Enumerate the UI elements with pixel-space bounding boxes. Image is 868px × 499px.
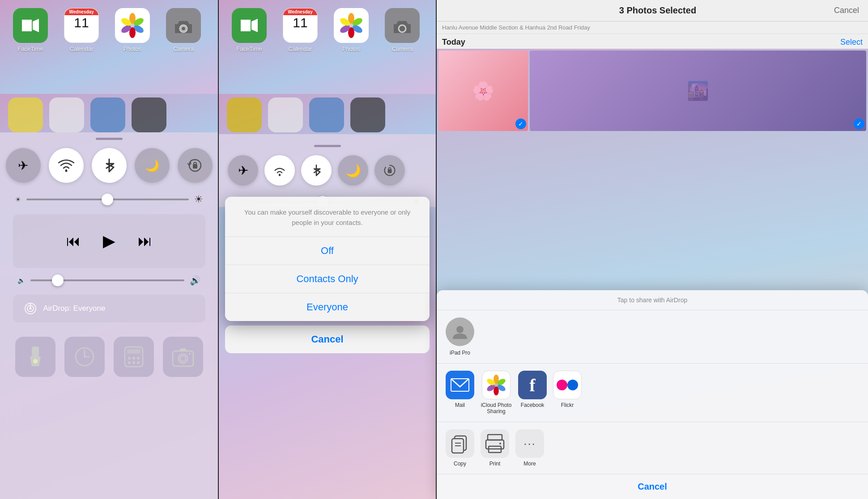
p3-location-hint: Hanlu Avenue Middle Section & Hanhua 2nd… <box>437 21 868 34</box>
p2-app-calendar: Wednesday 11 Calendar <box>278 8 323 52</box>
calendar-icon: Wednesday 11 <box>64 8 99 43</box>
airdrop-option-contacts[interactable]: Contacts Only <box>225 265 430 293</box>
icon-row2-3 <box>90 97 125 132</box>
p3-section-header: Today Select <box>437 34 868 49</box>
share-action-copy[interactable]: Copy <box>446 429 474 467</box>
photo-thumb-1[interactable]: 🌸 ✓ <box>438 51 528 131</box>
bluetooth-icon <box>104 157 115 173</box>
svg-rect-54 <box>388 168 391 170</box>
brightness-max-icon: ☀ <box>194 194 203 205</box>
p2-wifi-toggle[interactable] <box>264 155 295 186</box>
p2-cc-top: ✈ 🌙 <box>219 134 436 207</box>
svg-point-13 <box>65 170 67 172</box>
share-action-print[interactable]: Print <box>481 429 509 467</box>
p3-select-button[interactable]: Select <box>835 34 868 49</box>
flickr-dots-icon <box>556 379 579 391</box>
rotation-lock-icon <box>187 158 203 173</box>
homescreen-row2 <box>0 94 218 134</box>
icloud-photo-icon <box>482 371 511 399</box>
p2-app-photos: Photos <box>329 8 374 52</box>
svg-point-34 <box>132 361 135 364</box>
camera-shortcut-button[interactable] <box>163 337 203 377</box>
calculator-icon <box>123 346 144 368</box>
p2-airplane-icon: ✈ <box>238 163 248 178</box>
fastforward-button[interactable]: ⏭ <box>138 233 152 249</box>
volume-max-icon: 🔊 <box>190 275 201 286</box>
share-airdrop-banner: Tap to share with AirDrop <box>437 290 868 310</box>
person-silhouette-icon <box>452 324 468 340</box>
p2-app-camera: Camera <box>380 8 425 52</box>
p2-facetime-label: FaceTime <box>236 46 262 52</box>
airdrop-icon <box>24 302 37 315</box>
airdrop-row[interactable]: AirDrop: Everyone <box>13 295 205 322</box>
p2-airplane-toggle[interactable]: ✈ <box>228 155 258 186</box>
p2-donotdisturb-toggle[interactable]: 🌙 <box>338 155 368 186</box>
photos-label: Photos <box>123 46 141 52</box>
share-app-facebook[interactable]: f Facebook <box>518 371 547 414</box>
app-facetime[interactable]: FaceTime <box>8 8 53 52</box>
svg-rect-21 <box>32 347 39 356</box>
icloud-photo-label: iCloud Photo Sharing <box>481 402 512 414</box>
share-apps-row: Mail iCloud Photo Sharing <box>437 364 868 422</box>
airplane-icon: ✈ <box>18 158 28 173</box>
airdrop-option-off[interactable]: Off <box>225 237 430 265</box>
brightness-thumb[interactable] <box>102 194 113 205</box>
p2-rotation-toggle[interactable] <box>374 155 405 186</box>
p2-bluetooth-icon <box>312 163 321 178</box>
more-label: More <box>523 461 536 467</box>
p2-icon-row2-1 <box>227 97 262 132</box>
cc-bluetooth-toggle[interactable] <box>92 148 127 183</box>
photo-thumb-2[interactable]: 🌆 ✓ <box>530 51 866 131</box>
cc-airplane-toggle[interactable]: ✈ <box>6 148 41 183</box>
share-app-mail[interactable]: Mail <box>446 371 474 414</box>
play-button[interactable]: ▶ <box>103 232 115 250</box>
volume-thumb[interactable] <box>52 275 64 286</box>
svg-marker-41 <box>241 20 251 31</box>
svg-point-30 <box>128 357 131 359</box>
icon-row2-2 <box>49 97 84 132</box>
app-camera[interactable]: Camera <box>161 8 206 52</box>
calculator-button[interactable] <box>114 337 154 377</box>
share-app-icloud-photo[interactable]: iCloud Photo Sharing <box>481 371 512 414</box>
flickr-label: Flickr <box>561 402 574 408</box>
p2-photos-icon <box>334 8 369 43</box>
facetime-icon <box>13 8 48 43</box>
print-icon <box>484 434 506 453</box>
brightness-track[interactable] <box>26 199 189 200</box>
svg-point-27 <box>84 356 85 358</box>
mail-app-label: Mail <box>455 402 465 408</box>
p2-cc-handle <box>314 145 341 147</box>
cc-wifi-toggle[interactable] <box>49 148 84 183</box>
icon-row2-1 <box>8 97 43 132</box>
p2-calendar-day: 11 <box>293 15 307 30</box>
p3-cancel-button[interactable]: Cancel <box>834 6 859 15</box>
cc-rotation-toggle[interactable] <box>178 148 213 183</box>
svg-point-65 <box>557 380 567 390</box>
media-controls-section: ⏮ ▶ ⏭ <box>13 214 205 268</box>
p2-photos-label: Photos <box>342 46 360 52</box>
wifi-icon <box>58 158 74 173</box>
p2-wifi-icon <box>272 164 287 177</box>
cc-donotdisturb-toggle[interactable]: 🌙 <box>135 148 170 183</box>
svg-rect-56 <box>450 377 470 393</box>
p2-bluetooth-toggle[interactable] <box>301 155 332 186</box>
p2-calendar-label: Calendar <box>289 46 312 52</box>
clock-icon <box>73 346 96 368</box>
p2-homescreen-row2 <box>219 94 436 134</box>
share-cancel-button[interactable]: Cancel <box>437 474 868 499</box>
rewind-button[interactable]: ⏮ <box>66 233 81 249</box>
airdrop-device-ipad[interactable]: iPad Pro <box>446 317 474 356</box>
flickr-app-icon <box>553 371 582 399</box>
clock-button[interactable] <box>64 337 105 377</box>
print-action-icon <box>481 429 509 458</box>
share-action-more[interactable]: ··· More <box>515 429 544 467</box>
airdrop-option-everyone[interactable]: Everyone <box>225 293 430 321</box>
volume-track[interactable] <box>30 279 184 281</box>
svg-point-35 <box>137 361 140 364</box>
app-photos[interactable]: Photos <box>110 8 155 52</box>
airdrop-cancel-button[interactable]: Cancel <box>225 326 430 353</box>
svg-point-31 <box>132 357 135 359</box>
share-app-flickr[interactable]: Flickr <box>553 371 582 414</box>
app-calendar[interactable]: Wednesday 11 Calendar <box>59 8 104 52</box>
flashlight-button[interactable] <box>15 337 55 377</box>
